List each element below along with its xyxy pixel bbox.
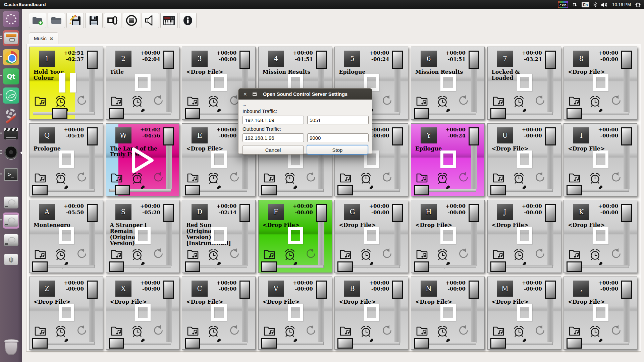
- hotkey-timer-icon[interactable]: [207, 324, 220, 339]
- launcher-item-video-editor[interactable]: [3, 126, 19, 142]
- tile-seek-handle[interactable]: [109, 338, 124, 349]
- launcher-item-hard-drive-2[interactable]: [3, 213, 19, 229]
- tile-seek-handle[interactable]: [52, 108, 67, 119]
- hotkey-timer-icon[interactable]: [512, 95, 526, 109]
- dialog-title-bar[interactable]: ✕ Open Sound Control Server Settings: [238, 88, 372, 100]
- loop-icon[interactable]: [380, 171, 392, 186]
- open-board-button[interactable]: [48, 13, 65, 28]
- tile-volume-handle[interactable]: [545, 51, 556, 69]
- hotkey-timer-icon[interactable]: [207, 95, 220, 109]
- sound-tile-Y[interactable]: Y +00:00-00:24 Epilogue: [411, 123, 485, 196]
- tile-seek-handle[interactable]: [185, 338, 200, 349]
- loop-icon[interactable]: [457, 248, 469, 262]
- open-audio-file-icon[interactable]: [263, 324, 275, 339]
- sound-tile-V[interactable]: V +00:00-00:00 <Drop File>: [258, 277, 332, 350]
- tile-seek-handle[interactable]: [185, 261, 200, 272]
- stop-all-button[interactable]: [123, 13, 140, 28]
- tile-volume-handle[interactable]: [163, 281, 174, 299]
- save-board-button[interactable]: [85, 13, 103, 28]
- hotkey-timer-icon[interactable]: [54, 171, 67, 186]
- sound-tile-comma[interactable]: , +00:00-00:00 <Drop File>: [564, 277, 637, 350]
- open-audio-file-icon[interactable]: [187, 248, 199, 262]
- tile-volume-handle[interactable]: [621, 204, 632, 222]
- loop-icon[interactable]: [152, 95, 164, 109]
- sound-tile-6[interactable]: 6 +00:00-01:51 Mission Results: [411, 47, 485, 120]
- hotkey-timer-icon[interactable]: [283, 171, 297, 186]
- dialog-window-menu-icon[interactable]: [253, 93, 257, 96]
- cancel-button[interactable]: Cancel: [243, 145, 304, 155]
- loop-icon[interactable]: [75, 95, 87, 109]
- hotkey-timer-icon[interactable]: [359, 248, 373, 262]
- loop-icon[interactable]: [609, 171, 622, 186]
- open-audio-file-icon[interactable]: [492, 171, 504, 186]
- tile-seek-handle[interactable]: [567, 261, 582, 272]
- tile-seek-handle[interactable]: [109, 108, 124, 119]
- tile-seek-handle[interactable]: [185, 185, 200, 195]
- tile-seek-handle[interactable]: [567, 338, 582, 349]
- sound-tile-G[interactable]: G +00:00-00:00 <Drop File>: [334, 200, 408, 273]
- open-audio-file-icon[interactable]: [111, 95, 123, 109]
- tile-volume-handle[interactable]: [87, 281, 98, 299]
- sound-tile-H[interactable]: H +00:00-00:00 <Drop File>: [411, 200, 485, 273]
- hotkey-timer-icon[interactable]: [588, 248, 602, 262]
- sound-tile-N[interactable]: N +00:00-00:00 <Drop File>: [411, 277, 485, 350]
- loop-icon[interactable]: [533, 324, 545, 339]
- add-board-button[interactable]: [29, 13, 46, 28]
- tile-seek-handle[interactable]: [414, 185, 429, 195]
- stop-button[interactable]: Stop: [307, 145, 368, 155]
- hotkey-timer-icon[interactable]: [512, 171, 526, 186]
- rename-board-button[interactable]: [104, 13, 121, 28]
- hotkey-timer-icon[interactable]: [359, 324, 373, 339]
- sound-tile-C[interactable]: C +00:00-00:00 <Drop File>: [182, 277, 256, 350]
- open-audio-file-icon[interactable]: [492, 324, 504, 339]
- hotkey-timer-icon[interactable]: [436, 171, 449, 186]
- tile-seek-handle[interactable]: [109, 261, 124, 272]
- loop-icon[interactable]: [533, 248, 545, 262]
- hotkey-timer-icon[interactable]: [54, 248, 67, 262]
- tab-close-icon[interactable]: ✖: [50, 36, 53, 41]
- loop-icon[interactable]: [304, 248, 316, 262]
- tile-seek-handle[interactable]: [32, 338, 48, 349]
- loop-icon[interactable]: [609, 248, 622, 262]
- tile-volume-handle[interactable]: [469, 51, 479, 69]
- sound-tile-7[interactable]: 7 +00:00-03:21 Locked & Loaded: [487, 47, 561, 120]
- tile-volume-handle[interactable]: [469, 204, 479, 222]
- loop-icon[interactable]: [533, 95, 545, 109]
- loop-icon[interactable]: [152, 324, 164, 339]
- bluetooth-icon[interactable]: [593, 2, 597, 7]
- hotkey-timer-icon[interactable]: [130, 324, 144, 339]
- loop-icon[interactable]: [228, 171, 240, 186]
- sound-tile-Q[interactable]: Q +00:00-05:10 Prologue: [29, 123, 103, 196]
- tile-volume-handle[interactable]: [163, 204, 174, 222]
- sound-tile-W[interactable]: W +01:02-04:56 The Land of the Truly Fre…: [106, 123, 179, 196]
- open-audio-file-icon[interactable]: [263, 171, 275, 186]
- open-audio-file-icon[interactable]: [416, 248, 428, 262]
- sound-tile-X[interactable]: X +00:00-00:00 <Drop File>: [106, 277, 179, 350]
- tile-seek-handle[interactable]: [261, 261, 277, 272]
- tile-seek-handle[interactable]: [414, 261, 429, 272]
- tile-seek-handle[interactable]: [115, 185, 130, 195]
- keyboard-layout-indicator[interactable]: En: [582, 2, 589, 7]
- tile-volume-handle[interactable]: [621, 127, 632, 145]
- loop-icon[interactable]: [380, 248, 392, 262]
- sound-tile-1[interactable]: 1 +02:51-02:37 Hold Your Colour: [29, 47, 103, 120]
- open-audio-file-icon[interactable]: [569, 324, 581, 339]
- tile-volume-handle[interactable]: [163, 51, 174, 69]
- hotkey-timer-icon[interactable]: [588, 171, 602, 186]
- hotkey-timer-icon[interactable]: [436, 95, 449, 109]
- loop-icon[interactable]: [380, 324, 392, 339]
- sound-tile-8[interactable]: 8 +00:00-00:00 <Drop File>: [564, 47, 637, 120]
- tile-seek-handle[interactable]: [32, 185, 48, 195]
- tile-volume-handle[interactable]: [469, 127, 479, 145]
- sound-tile-A[interactable]: A +00:00-05:50 Montenegro: [29, 200, 103, 273]
- launcher-item-trash[interactable]: [3, 339, 19, 355]
- open-audio-file-icon[interactable]: [187, 324, 199, 339]
- hotkey-timer-icon[interactable]: [359, 171, 373, 186]
- tile-volume-handle[interactable]: [239, 281, 250, 299]
- open-audio-file-icon[interactable]: [187, 95, 199, 109]
- loop-icon[interactable]: [609, 324, 622, 339]
- hotkey-timer-icon[interactable]: [54, 324, 67, 339]
- loop-icon[interactable]: [228, 324, 240, 339]
- about-button[interactable]: [179, 13, 197, 28]
- launcher-item-file-cabinet[interactable]: [3, 30, 19, 46]
